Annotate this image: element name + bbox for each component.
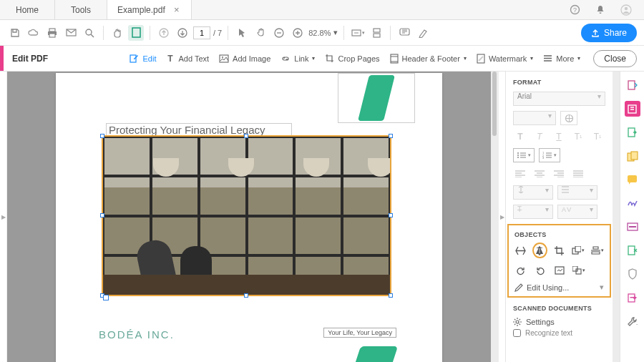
combine-icon[interactable] xyxy=(625,148,640,164)
watermark-button[interactable]: Watermark▾ xyxy=(477,54,533,64)
add-image-button[interactable]: Add Image xyxy=(219,54,270,63)
sign-icon[interactable] xyxy=(625,195,640,211)
bell-icon[interactable] xyxy=(592,2,608,18)
bullet-list-button[interactable]: ▾ xyxy=(513,148,535,162)
align-objects-icon[interactable]: ▾ xyxy=(591,244,604,257)
chevron-down-icon: ▾ xyxy=(577,55,580,62)
crop-button[interactable]: Crop Pages xyxy=(325,54,379,63)
rotate-ccw-icon[interactable] xyxy=(514,264,527,277)
document-canvas[interactable]: Protecting Your Financial Legacy BODÉA I… xyxy=(7,72,491,362)
replace-image-icon[interactable] xyxy=(553,264,566,277)
more-button[interactable]: More▾ xyxy=(543,54,580,63)
page-total-label: / 7 xyxy=(213,29,222,37)
tab-tools[interactable]: Tools xyxy=(55,0,107,19)
strikethrough-select[interactable]: T▾ xyxy=(513,205,553,219)
svg-rect-9 xyxy=(132,28,140,37)
align-left-icon[interactable] xyxy=(513,167,527,180)
more-tools-icon[interactable]: + xyxy=(625,313,640,329)
svg-rect-37 xyxy=(628,81,635,89)
link-button[interactable]: Link▾ xyxy=(280,54,315,63)
paragraph-spacing-select[interactable]: ▾ xyxy=(557,185,597,200)
save-icon[interactable] xyxy=(7,25,23,41)
numbered-list-button[interactable]: 123▾ xyxy=(539,148,560,162)
flip-horizontal-icon[interactable] xyxy=(532,243,547,258)
arrange-icon[interactable]: ▾ xyxy=(572,244,585,257)
zoom-out-icon[interactable] xyxy=(271,25,287,41)
pdf-page: Protecting Your Financial Legacy BODÉA I… xyxy=(56,73,442,362)
align-center-icon[interactable] xyxy=(532,167,547,180)
font-family-select[interactable]: Arial▾ xyxy=(513,92,605,106)
font-size-select[interactable]: ▾ xyxy=(513,111,556,125)
italic-icon[interactable]: T xyxy=(532,130,547,143)
search-icon[interactable] xyxy=(82,25,97,41)
recognize-checkbox-input[interactable] xyxy=(513,329,521,337)
line-spacing-select[interactable]: ▾ xyxy=(513,185,553,200)
right-panel-toggle[interactable]: ▶ xyxy=(498,72,505,362)
recognize-label: Recognize text xyxy=(525,329,572,337)
flip-vertical-icon[interactable] xyxy=(514,244,526,257)
settings-button[interactable]: Settings xyxy=(513,318,605,326)
edit-using-dropdown[interactable]: Edit Using... ▾ xyxy=(514,283,604,292)
tagline-box[interactable]: Your Life, Your Legacy xyxy=(323,328,396,338)
select-icon[interactable] xyxy=(234,25,250,41)
header-footer-button[interactable]: Header & Footer▾ xyxy=(390,54,467,64)
panel-scrollbar[interactable] xyxy=(613,72,620,362)
subscript-icon[interactable]: T1 xyxy=(590,130,605,143)
fit-width-icon[interactable]: ▾ xyxy=(350,25,366,41)
zoom-dropdown[interactable]: 82.8% ▾ xyxy=(308,28,338,37)
svg-point-8 xyxy=(86,29,92,35)
scanned-heading: SCANNED DOCUMENTS xyxy=(513,305,605,312)
hand-tool-icon[interactable] xyxy=(109,25,125,41)
share-button[interactable]: Share xyxy=(581,24,637,42)
edit-pdf-rail-icon[interactable] xyxy=(625,101,640,117)
close-tab-icon[interactable]: × xyxy=(172,6,181,14)
rotate-cw-icon[interactable] xyxy=(534,264,547,277)
canvas-scrollbar[interactable] xyxy=(491,72,498,362)
cloud-icon[interactable] xyxy=(26,25,42,41)
mail-icon[interactable] xyxy=(63,25,79,41)
page-display-icon[interactable] xyxy=(128,25,144,41)
svg-rect-15 xyxy=(374,29,380,32)
align-justify-icon[interactable] xyxy=(571,167,585,180)
comment-icon[interactable] xyxy=(396,25,412,41)
main-area: ▶ Protecting Your Financial Legacy BODÉA… xyxy=(0,72,644,362)
account-icon[interactable] xyxy=(618,2,634,18)
organize-icon[interactable] xyxy=(625,290,640,305)
print-icon[interactable] xyxy=(44,25,60,41)
selected-image[interactable] xyxy=(102,135,391,296)
bold-icon[interactable]: T xyxy=(513,130,527,143)
group-icon[interactable]: ▾ xyxy=(572,264,585,277)
left-panel-toggle[interactable]: ▶ xyxy=(0,72,7,362)
comment-rail-icon[interactable] xyxy=(625,172,640,187)
zoom-in-icon[interactable] xyxy=(290,25,306,41)
page-number-input[interactable] xyxy=(193,26,210,39)
export-pdf-icon[interactable] xyxy=(625,124,640,140)
char-spacing-select[interactable]: AV▾ xyxy=(557,205,597,219)
help-icon[interactable]: ? xyxy=(567,2,582,18)
redact-icon[interactable] xyxy=(625,219,640,235)
superscript-icon[interactable]: T1 xyxy=(571,130,585,143)
page-up-icon[interactable] xyxy=(156,25,172,41)
edit-button[interactable]: Edit xyxy=(129,54,156,64)
protect-icon[interactable] xyxy=(625,266,640,282)
tab-home[interactable]: Home xyxy=(0,0,55,19)
page-down-icon[interactable] xyxy=(175,25,190,41)
recognize-text-checkbox[interactable]: Recognize text xyxy=(513,329,605,337)
edit-toolbar: Edit PDF Edit TAdd Text Add Image Link▾ … xyxy=(0,46,644,72)
add-text-button[interactable]: TAdd Text xyxy=(166,54,209,63)
svg-rect-42 xyxy=(628,175,637,182)
optimize-icon[interactable] xyxy=(625,243,640,258)
crop-object-icon[interactable] xyxy=(554,244,565,257)
edit-label: Edit xyxy=(142,54,156,63)
logo-placeholder[interactable] xyxy=(338,73,415,123)
scroll-mode-icon[interactable] xyxy=(369,25,384,41)
pan-icon[interactable] xyxy=(253,25,268,41)
create-pdf-icon[interactable] xyxy=(625,77,640,93)
tab-file[interactable]: Example.pdf × xyxy=(107,0,192,19)
color-picker[interactable] xyxy=(560,111,577,125)
underline-icon[interactable]: T xyxy=(552,130,566,143)
align-right-icon[interactable] xyxy=(552,167,566,180)
highlight-icon[interactable] xyxy=(415,25,431,41)
objects-heading: OBJECTS xyxy=(514,231,604,238)
close-button[interactable]: Close xyxy=(593,50,637,67)
